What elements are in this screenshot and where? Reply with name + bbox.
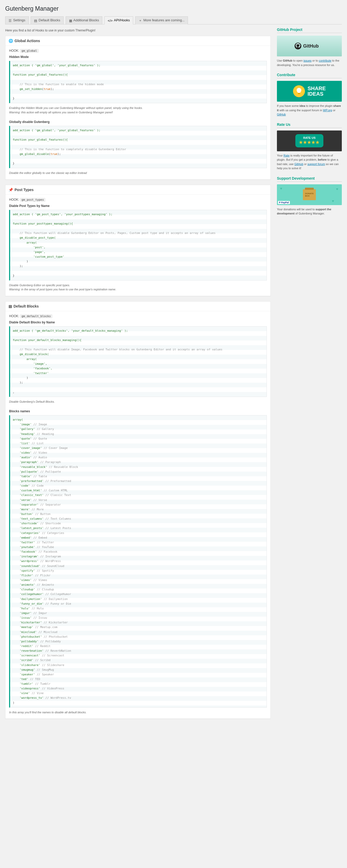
hook-code: gm_post_types: [20, 198, 45, 202]
link-github[interactable]: GitHub: [294, 162, 303, 165]
code-global-hidden: add_action ( 'gm_global', 'your_global_f…: [9, 61, 267, 103]
sidebar-support: Support Development ♥ ♥ ♥ DONATE BOX P P…: [277, 176, 342, 216]
svg-rect-2: [298, 93, 300, 94]
link-wporg[interactable]: WP.org: [323, 108, 332, 112]
intro-text: Here you find a list of Hooks to use in …: [5, 29, 271, 32]
sidebar-rate: Rate Us RATE US ★★★★★ Your Rate is reall…: [277, 122, 342, 170]
section-post-types: 📌Post Types HOOK: gm_post_types Diable P…: [5, 185, 271, 296]
paypal-badge: P PayPal: [278, 201, 290, 204]
code-icon: </>: [108, 19, 113, 23]
tab-label: API/Hooks: [114, 18, 130, 22]
page-title: Gutenberg Manager: [5, 5, 342, 12]
share-text: SHAREIDEAS: [308, 86, 326, 97]
note-hidden-mode: Enabling the Hidden Mode you can use Gut…: [9, 106, 267, 114]
subheading-global-disable: Globally disable Gutenberg: [9, 120, 267, 124]
link-github[interactable]: GitHub: [277, 113, 286, 116]
heart-icon: ♥: [332, 199, 334, 203]
sidebar-heading: GitHub Project: [277, 28, 342, 33]
tab-label: Settings: [13, 18, 26, 22]
donate-box-icon: DONATE BOX: [303, 189, 316, 200]
tab-label: Additional Blocks: [73, 18, 99, 22]
hook-code: gm_global: [20, 49, 39, 53]
link-issues[interactable]: issues: [303, 59, 311, 62]
code-block-names: array( 'image' // Image 'gallery' // Gal…: [9, 415, 267, 708]
note-default-blocks: Disable Gutenberg's Default Blocks.: [9, 400, 267, 404]
section-default-blocks: ▤Default Blocks HOOK: gm_default_blocks …: [5, 301, 271, 719]
sidebar-heading: Support Development: [277, 176, 342, 182]
tab-settings[interactable]: ☰ Settings: [5, 17, 29, 24]
additional-icon: ▦: [69, 19, 72, 23]
sidebar-text: Use GitHub to open issues or to contribu…: [277, 59, 342, 67]
note-block-names: In this array you'll find the names to d…: [9, 710, 267, 715]
section-heading: ▤Default Blocks: [5, 302, 271, 311]
blocks-icon: ▤: [34, 19, 37, 23]
settings-icon: ☰: [8, 19, 12, 23]
section-global-actions: 🌐Global Actions HOOK: gm_global Hidden M…: [5, 36, 271, 180]
heart-icon: ♥: [280, 186, 282, 191]
svg-text:GitHub: GitHub: [303, 43, 319, 49]
hook-label: HOOK: gm_global: [9, 49, 267, 53]
link-rate[interactable]: Rate: [283, 154, 289, 157]
tab-label: More features are coming...: [143, 18, 184, 22]
tab-default-blocks[interactable]: ▤ Default Blocks: [31, 17, 64, 24]
code-default-blocks: add_action ( 'gm_default_blocks', 'your_…: [9, 326, 267, 397]
plus-icon: ＋: [139, 18, 142, 23]
link-contribute[interactable]: contribute: [319, 59, 331, 62]
sidebar-github: GitHub Project GitHub Use GitHub to open…: [277, 28, 342, 67]
rate-banner[interactable]: RATE US ★★★★★: [277, 130, 342, 151]
sidebar-heading: Rate Us: [277, 122, 342, 128]
nav-tabs: ☰ Settings ▤ Default Blocks ▦ Additional…: [5, 16, 342, 25]
link-support-forum[interactable]: support forum: [307, 162, 325, 165]
tab-api-hooks[interactable]: </> API/Hooks: [104, 17, 133, 24]
rate-title: RATE US: [299, 136, 320, 140]
code-post-types: add_action ( 'gm_post_types', 'your_post…: [9, 210, 267, 280]
sidebar-heading: Contribute: [277, 73, 342, 78]
heart-icon: ♥: [336, 187, 338, 191]
sidebar-text: Your Rate is really important for the fu…: [277, 153, 342, 170]
github-banner[interactable]: GitHub: [277, 36, 342, 56]
sidebar-text: If you have some idea to improve the plu…: [277, 104, 342, 117]
hook-code: gm_default_blocks: [20, 314, 53, 318]
subheading-hidden-mode: Hidden Mode: [9, 55, 267, 59]
blocks-icon: ▤: [8, 304, 12, 308]
pin-icon: 📌: [8, 188, 13, 192]
globe-icon: 🌐: [8, 39, 13, 43]
sidebar-text: Your donations will be used to support t…: [277, 207, 342, 216]
rate-bubble: RATE US ★★★★★: [296, 134, 323, 147]
lightbulb-icon: [293, 85, 305, 97]
section-heading: 📌Post Types: [5, 185, 271, 195]
subheading-block-names: Blocks names: [9, 409, 267, 413]
stars-icon: ★★★★★: [299, 140, 320, 145]
share-banner[interactable]: SHAREIDEAS: [277, 81, 342, 102]
hook-label: HOOK: gm_post_types: [9, 198, 267, 202]
subheading-disable-posttypes: Diable Post Types by Name: [9, 204, 267, 208]
code-global-disable: add_action ( 'gm_global', 'your_global_f…: [9, 126, 267, 168]
note-post-types: Disable Gutenberg Editor on specific pos…: [9, 283, 267, 292]
donate-banner[interactable]: ♥ ♥ ♥ DONATE BOX P PayPal: [277, 184, 342, 205]
hook-label: HOOK: gm_default_blocks: [9, 314, 267, 318]
sidebar-contribute: Contribute SHAREIDEAS If you have some i…: [277, 73, 342, 117]
note-global-disable: Disable the editor globally to use the c…: [9, 171, 267, 175]
tab-additional-blocks[interactable]: ▦ Additional Blocks: [66, 17, 103, 24]
tab-label: Default Blocks: [39, 18, 60, 22]
subheading-disable-default-blocks: Diable Default Blocks by Name: [9, 320, 267, 324]
section-heading: 🌐Global Actions: [5, 36, 271, 46]
tab-more[interactable]: ＋ More features are coming...: [135, 17, 188, 25]
